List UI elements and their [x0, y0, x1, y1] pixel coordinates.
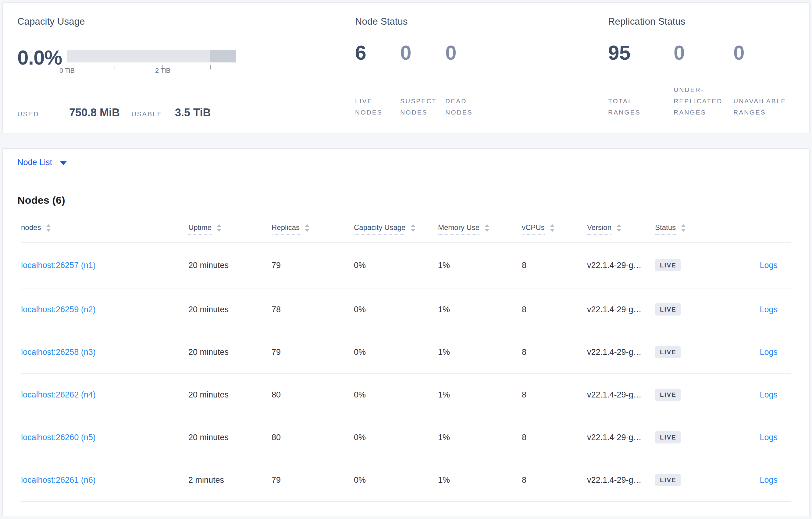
uptime-cell: 20 minutes	[188, 331, 271, 373]
status-badge: LIVE	[655, 259, 680, 271]
cluster-summary-panel: Capacity Usage 0.0% 0 TiB 2 TiB USED 750…	[2, 2, 810, 133]
nodes-heading: Nodes (6)	[18, 194, 809, 206]
status-badge: LIVE	[655, 389, 680, 401]
node-status-section: Node Status 6 LIVE NODES 0 SUSPECT NODES…	[355, 16, 490, 118]
replicas-cell: 80	[271, 416, 354, 459]
status-badge: LIVE	[655, 303, 680, 315]
logs-link[interactable]: Logs	[760, 433, 778, 442]
replicas-cell: 79	[271, 459, 354, 501]
version-cell: v22.1.4-29-g…	[587, 459, 655, 501]
table-row: localhost:26262 (n4) 20 minutes 80 0% 1%…	[21, 373, 791, 416]
unavailable-ranges-stat: 0 UNAVAILABLE RANGES	[733, 42, 798, 118]
capacity-bar-track	[67, 50, 236, 62]
uptime-cell: 20 minutes	[188, 416, 271, 459]
table-row: localhost:26259 (n2) 20 minutes 78 0% 1%…	[21, 288, 791, 331]
logs-link[interactable]: Logs	[760, 261, 778, 270]
column-header-memory-use[interactable]: Memory Use	[438, 214, 522, 242]
sort-icon[interactable]	[550, 224, 555, 232]
column-header-logs	[734, 214, 791, 242]
capacity-used-usable: USED 750.8 MiB USABLE 3.5 TiB	[18, 106, 211, 119]
sort-icon[interactable]	[46, 224, 51, 232]
used-label: USED	[18, 110, 69, 118]
axis-tick	[210, 65, 211, 69]
sort-icon[interactable]	[217, 224, 222, 232]
status-badge: LIVE	[655, 474, 680, 486]
axis-tick-label: 2 TiB	[155, 67, 170, 74]
logs-link[interactable]: Logs	[760, 347, 778, 357]
replicas-cell: 79	[271, 331, 354, 373]
memory-use-cell: 1%	[438, 459, 522, 501]
capacity-usage-section: Capacity Usage 0.0% 0 TiB 2 TiB USED 750…	[18, 16, 261, 70]
column-header-status[interactable]: Status	[655, 214, 734, 242]
node-list-dropdown[interactable]: Node List	[18, 158, 67, 167]
dead-nodes-label: DEAD NODES	[445, 95, 483, 118]
vcpus-cell: 8	[522, 459, 587, 501]
unavailable-ranges-label: UNAVAILABLE RANGES	[733, 95, 795, 118]
node-list-dropdown-label: Node List	[18, 158, 52, 167]
under-replicated-ranges-value: 0	[674, 42, 733, 64]
column-header-replicas[interactable]: Replicas	[271, 214, 354, 242]
vcpus-cell: 8	[522, 416, 587, 459]
capacity-axis	[67, 62, 236, 70]
memory-use-cell: 1%	[438, 242, 522, 288]
live-nodes-label: LIVE NODES	[355, 95, 392, 118]
logs-link[interactable]: Logs	[760, 390, 778, 399]
node-link[interactable]: localhost:26260 (n5)	[21, 433, 96, 442]
uptime-cell: 20 minutes	[188, 242, 271, 288]
vcpus-cell: 8	[522, 331, 587, 373]
capacity-percent: 0.0%	[18, 47, 67, 70]
sort-icon[interactable]	[411, 224, 415, 232]
suspect-nodes-value: 0	[400, 42, 445, 64]
live-nodes-stat: 6 LIVE NODES	[355, 42, 400, 118]
total-ranges-stat: 95 TOTAL RANGES	[608, 42, 674, 118]
column-header-vcpus[interactable]: vCPUs	[522, 214, 587, 242]
version-cell: v22.1.4-29-g…	[587, 242, 655, 288]
sort-icon[interactable]	[617, 224, 621, 232]
column-header-capacity-usage[interactable]: Capacity Usage	[354, 214, 438, 242]
capacity-bar-over-segment	[210, 50, 236, 62]
used-value: 750.8 MiB	[69, 106, 132, 119]
replicas-cell: 78	[271, 288, 354, 331]
unavailable-ranges-value: 0	[733, 42, 798, 64]
version-cell: v22.1.4-29-g…	[587, 416, 655, 459]
uptime-cell: 20 minutes	[188, 373, 271, 416]
capacity-usage-cell: 0%	[354, 242, 438, 288]
logs-link[interactable]: Logs	[760, 305, 778, 314]
uptime-cell: 20 minutes	[188, 288, 271, 331]
memory-use-cell: 1%	[438, 416, 522, 459]
table-header-row: nodes Uptime Replicas Capacity Usage	[21, 214, 791, 242]
dead-nodes-stat: 0 DEAD NODES	[445, 42, 490, 118]
vcpus-cell: 8	[522, 242, 587, 288]
version-cell: v22.1.4-29-g…	[587, 331, 655, 373]
node-link[interactable]: localhost:26258 (n3)	[21, 347, 96, 357]
capacity-usage-cell: 0%	[354, 331, 438, 373]
under-replicated-ranges-stat: 0 UNDER-REPLICATED RANGES	[674, 42, 733, 118]
column-header-uptime[interactable]: Uptime	[188, 214, 271, 242]
replication-status-section: Replication Status 95 TOTAL RANGES 0 UND…	[608, 16, 798, 118]
capacity-usage-cell: 0%	[354, 373, 438, 416]
vcpus-cell: 8	[522, 373, 587, 416]
sort-icon[interactable]	[681, 224, 686, 232]
node-link[interactable]: localhost:26259 (n2)	[21, 305, 96, 314]
node-link[interactable]: localhost:26257 (n1)	[21, 261, 96, 270]
replication-status-title: Replication Status	[608, 16, 798, 27]
dead-nodes-value: 0	[445, 42, 490, 64]
logs-link[interactable]: Logs	[760, 476, 778, 485]
nodes-table-wrap: nodes Uptime Replicas Capacity Usage	[21, 214, 791, 501]
node-link[interactable]: localhost:26261 (n6)	[21, 476, 96, 485]
sort-icon[interactable]	[485, 224, 490, 232]
node-status-title: Node Status	[355, 16, 490, 27]
memory-use-cell: 1%	[438, 288, 522, 331]
replicas-cell: 79	[271, 242, 354, 288]
column-header-nodes[interactable]: nodes	[21, 214, 188, 242]
column-header-version[interactable]: Version	[587, 214, 655, 242]
memory-use-cell: 1%	[438, 373, 522, 416]
node-link[interactable]: localhost:26262 (n4)	[21, 390, 96, 399]
table-row: localhost:26260 (n5) 20 minutes 80 0% 1%…	[21, 416, 791, 459]
status-badge: LIVE	[655, 346, 680, 358]
capacity-usage-cell: 0%	[354, 288, 438, 331]
axis-tick-label: 0 TiB	[59, 67, 75, 74]
replicas-cell: 80	[271, 373, 354, 416]
sort-icon[interactable]	[305, 224, 310, 232]
nodes-table: nodes Uptime Replicas Capacity Usage	[21, 214, 791, 501]
